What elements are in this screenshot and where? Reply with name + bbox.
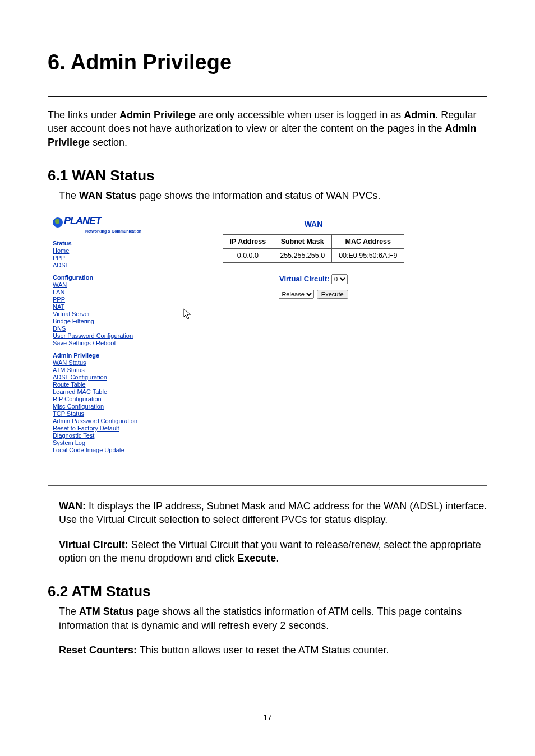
text: section.	[90, 137, 127, 148]
sidebar-link-tcp-status[interactable]: TCP Status	[53, 410, 84, 417]
brand-logo: PLANET	[53, 217, 141, 228]
panel-title-wan: WAN	[144, 220, 483, 229]
sidebar-link-local-code-update[interactable]: Local Code Image Update	[53, 447, 124, 453]
text-bold: WAN Status	[79, 190, 136, 201]
label-virtual-circuit: Virtual Circuit:	[59, 539, 128, 550]
virtual-circuit-select[interactable]: 0	[331, 274, 348, 284]
text: The links under	[48, 109, 119, 120]
section-heading-wan-status: 6.1 WAN Status	[48, 167, 487, 184]
globe-icon	[53, 217, 63, 228]
sidebar-link-misc-config[interactable]: Misc Configuration	[53, 403, 104, 410]
virtual-circuit-description: Virtual Circuit: Select the Virtual Circ…	[48, 538, 487, 565]
label-reset-counters: Reset Counters:	[59, 644, 137, 656]
sidebar-heading-admin-privilege: Admin Privilege	[53, 352, 141, 359]
sidebar-link-reset-factory[interactable]: Reset to Factory Default	[53, 425, 119, 432]
text-bold: ATM Status	[79, 606, 134, 617]
text: It displays the IP address, Subnet Mask …	[59, 500, 487, 525]
col-ip-address: IP Address	[223, 235, 273, 249]
sidebar-link-lan[interactable]: LAN	[53, 289, 64, 295]
sidebar-link-virtual-server[interactable]: Virtual Server	[53, 310, 90, 317]
table-header-row: IP Address Subnet Mask MAC Address	[223, 235, 404, 249]
divider	[48, 96, 487, 97]
chapter-title: 6. Admin Privilege	[48, 50, 487, 75]
sidebar-link-diagnostic[interactable]: Diagnostic Test	[53, 432, 94, 439]
sidebar-link-learned-mac[interactable]: Learned MAC Table	[53, 388, 107, 395]
table-row: 0.0.0.0 255.255.255.0 00:E0:95:50:6A:F9	[223, 249, 404, 263]
brand-tagline: Networking & Communication	[53, 228, 141, 235]
virtual-circuit-row: Virtual Circuit: 0	[144, 274, 483, 284]
sidebar-link-save-reboot[interactable]: Save Settings / Reboot	[53, 340, 116, 346]
cursor-icon	[183, 308, 193, 321]
atm-status-lead: The ATM Status page shows all the statis…	[48, 605, 487, 632]
sidebar-link-ppp[interactable]: PPP	[53, 254, 65, 261]
text-bold: Admin	[404, 109, 435, 120]
execute-button[interactable]: Execute	[317, 290, 348, 299]
sidebar-link-user-password[interactable]: User Password Configuration	[53, 332, 133, 339]
sidebar-link-dns[interactable]: DNS	[53, 325, 66, 332]
section-heading-atm-status: 6.2 ATM Status	[48, 583, 487, 600]
text: This button allows user to reset the ATM…	[137, 644, 389, 656]
sidebar-link-ppp-cfg[interactable]: PPP	[53, 296, 65, 303]
action-select[interactable]: Release	[279, 290, 314, 299]
sidebar-link-wan-status[interactable]: WAN Status	[53, 359, 86, 366]
cell-subnet: 255.255.255.0	[273, 249, 332, 263]
sidebar-link-wan[interactable]: WAN	[53, 281, 67, 288]
text: The	[59, 190, 79, 201]
col-mac-address: MAC Address	[332, 235, 404, 249]
label-wan: WAN:	[59, 500, 86, 512]
sidebar-link-nat[interactable]: NAT	[53, 303, 64, 310]
text: are only accessible when user is logged …	[196, 109, 404, 120]
col-subnet-mask: Subnet Mask	[273, 235, 332, 249]
text: The	[59, 606, 79, 617]
sidebar-link-bridge-filtering[interactable]: Bridge Filtering	[53, 318, 94, 324]
text: page shows the information and status of…	[136, 190, 381, 201]
sidebar-link-rip-config[interactable]: RIP Configuration	[53, 396, 102, 402]
sidebar-link-atm-status[interactable]: ATM Status	[53, 367, 85, 373]
main-panel: WAN IP Address Subnet Mask MAC Address 0…	[144, 216, 483, 299]
sidebar-heading-configuration: Configuration	[53, 274, 141, 281]
cell-ip: 0.0.0.0	[223, 249, 273, 263]
execute-row: Release Execute	[144, 289, 483, 299]
sidebar-link-adsl[interactable]: ADSL	[53, 262, 69, 268]
text-bold: Execute	[237, 553, 276, 564]
wan-status-lead: The WAN Status page shows the informatio…	[48, 189, 487, 202]
sidebar-link-home[interactable]: Home	[53, 247, 69, 254]
vc-label: Virtual Circuit:	[279, 275, 329, 283]
router-admin-screenshot: PLANET Networking & Communication Status…	[48, 214, 487, 486]
text: .	[276, 553, 279, 564]
sidebar-link-system-log[interactable]: System Log	[53, 439, 85, 446]
chapter-intro: The links under Admin Privilege are only…	[48, 108, 487, 149]
text-bold: Admin Privilege	[119, 109, 196, 120]
sidebar: PLANET Networking & Communication Status…	[53, 217, 141, 454]
sidebar-link-route-table[interactable]: Route Table	[53, 381, 86, 388]
sidebar-heading-status: Status	[53, 240, 141, 247]
reset-counters-description: Reset Counters: This button allows user …	[48, 643, 487, 657]
sidebar-link-admin-password[interactable]: Admin Password Configuration	[53, 418, 137, 424]
brand-text: PLANET	[64, 215, 101, 226]
page-number: 17	[48, 713, 487, 722]
wan-status-table: IP Address Subnet Mask MAC Address 0.0.0…	[223, 234, 405, 263]
wan-description: WAN: It displays the IP address, Subnet …	[48, 499, 487, 527]
sidebar-link-adsl-config[interactable]: ADSL Configuration	[53, 374, 107, 381]
cell-mac: 00:E0:95:50:6A:F9	[332, 249, 404, 263]
